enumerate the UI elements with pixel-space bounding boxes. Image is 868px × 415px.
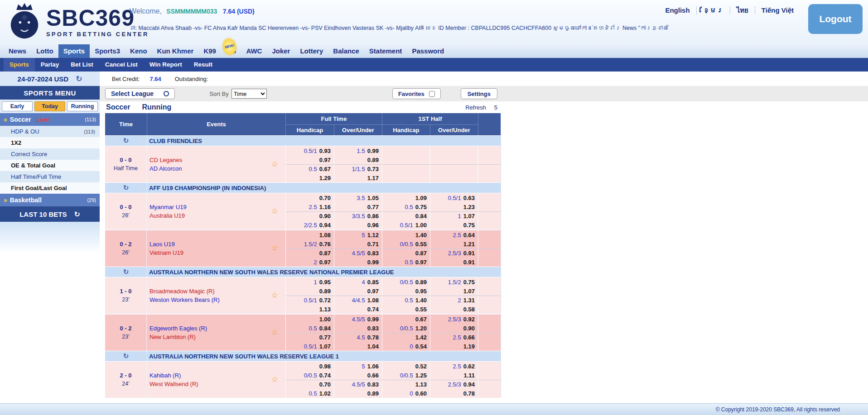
odds-cell[interactable]: 2.5/30.94 <box>430 380 478 389</box>
select-league-button[interactable]: Select League <box>105 88 175 99</box>
settings-button[interactable]: Settings <box>461 88 497 99</box>
odds-cell[interactable]: 1/1.50.73 <box>334 164 382 173</box>
favorite-star-icon[interactable]: ☆ <box>271 160 278 168</box>
odds-cell[interactable]: 0.95 <box>382 286 430 296</box>
favorite-star-icon[interactable]: ☆ <box>271 244 278 253</box>
favorite-star-icon[interactable]: ☆ <box>271 328 278 337</box>
odds-cell[interactable]: 1.19 <box>430 342 478 351</box>
odds-cell[interactable]: 0/0.51.25 <box>382 371 430 380</box>
nav-item-sports3[interactable]: Sports3 <box>90 44 125 58</box>
odds-cell[interactable]: 0.90 <box>430 324 478 333</box>
odds-cell[interactable]: 0.50.67 <box>285 164 334 173</box>
odds-cell[interactable]: 21.31 <box>430 296 478 305</box>
favorite-star-icon[interactable]: ☆ <box>271 207 278 215</box>
sidebar-item-correct-score[interactable]: Correct Score <box>0 148 100 160</box>
odds-cell[interactable]: 10.95 <box>285 277 334 286</box>
odds-cell[interactable]: 0.5/10.93 <box>285 146 334 155</box>
odds-cell[interactable]: 0.5/11.00 <box>382 220 430 229</box>
favorites-button[interactable]: Favorites <box>392 88 441 99</box>
nav-item-balance[interactable]: Balance <box>328 44 364 58</box>
filter-tab-running[interactable]: Running <box>67 101 98 111</box>
sidebar-item-basketball[interactable]: » Basketball (29) <box>0 194 100 206</box>
odds-cell[interactable]: 0.91 <box>430 258 478 267</box>
odds-cell[interactable]: 0.83 <box>334 324 382 333</box>
odds-cell[interactable]: 1.42 <box>382 333 430 342</box>
odds-cell[interactable]: 0/0.50.74 <box>285 371 334 380</box>
nav-item-lotto[interactable]: Lotto <box>31 44 58 58</box>
language-option-3[interactable]: Tiếng Việt <box>755 6 800 14</box>
odds-cell[interactable]: 0.99 <box>334 258 382 267</box>
odds-cell[interactable]: 1.04 <box>334 342 382 351</box>
odds-cell[interactable]: 1.09 <box>382 193 430 202</box>
odds-cell[interactable]: 4.5/50.83 <box>334 248 382 258</box>
filter-tab-early[interactable]: Early <box>2 101 33 111</box>
subnav-item-cancel-list[interactable]: Cancel List <box>99 58 144 72</box>
odds-cell[interactable]: 2/2.50.94 <box>285 220 334 229</box>
odds-cell[interactable]: 1.13 <box>382 380 430 389</box>
date-refresh-icon[interactable]: ↻ <box>76 74 82 84</box>
odds-cell[interactable]: 4/4.51.08 <box>334 296 382 305</box>
logout-button[interactable]: Logout <box>808 4 863 34</box>
odds-cell[interactable]: 4.5/50.99 <box>334 315 382 324</box>
odds-cell[interactable]: 2.51.16 <box>285 202 334 211</box>
league-refresh-icon[interactable]: ↻ <box>105 183 147 193</box>
brand-logo[interactable]: SBC369 SPORT BETTING CENTER <box>5 2 149 42</box>
odds-cell[interactable]: 0.74 <box>334 305 382 314</box>
sidebar-item-soccer[interactable]: » Soccer Live! (113) <box>0 113 100 126</box>
odds-cell[interactable]: 3.51.05 <box>334 193 382 202</box>
sidebar-item-hdp-ou[interactable]: HDP & OU(113) <box>0 126 100 137</box>
favorite-star-icon[interactable]: ☆ <box>271 375 278 384</box>
odds-cell[interactable]: 51.12 <box>334 230 382 239</box>
odds-cell[interactable]: 1.5/20.76 <box>285 239 334 248</box>
last-bets-refresh-icon[interactable]: ↻ <box>74 210 80 219</box>
odds-cell[interactable]: 0.77 <box>334 202 382 211</box>
nav-item-statement[interactable]: Statement <box>364 44 407 58</box>
odds-cell[interactable]: 0/0.50.55 <box>382 239 430 248</box>
odds-cell[interactable]: 1.21 <box>430 239 478 248</box>
odds-cell[interactable]: 00.54 <box>382 342 430 351</box>
odds-cell[interactable]: 0.50.75 <box>382 202 430 211</box>
sort-by-select[interactable]: Time <box>231 89 267 99</box>
odds-cell[interactable]: 2.50.66 <box>430 333 478 342</box>
subnav-item-bet-list[interactable]: Bet List <box>65 58 99 72</box>
subnav-item-win-report[interactable]: Win Report <box>144 58 188 72</box>
odds-cell[interactable]: 0.98 <box>285 362 334 371</box>
odds-cell[interactable]: 0.67 <box>382 315 430 324</box>
odds-cell[interactable]: 1.11 <box>430 371 478 380</box>
odds-cell[interactable]: 0.71 <box>334 239 382 248</box>
odds-cell[interactable]: 0.75 <box>430 220 478 229</box>
odds-cell[interactable]: 0.5/11.07 <box>285 342 334 351</box>
odds-cell[interactable]: 0.50.84 <box>285 324 334 333</box>
odds-cell[interactable]: 0.84 <box>382 211 430 220</box>
odds-cell[interactable]: 1.23 <box>430 202 478 211</box>
odds-cell[interactable]: 0.89 <box>334 389 382 398</box>
odds-cell[interactable]: 0.89 <box>285 286 334 296</box>
odds-cell[interactable]: 4.50.78 <box>334 333 382 342</box>
league-refresh-icon[interactable]: ↻ <box>105 136 147 146</box>
odds-cell[interactable]: 0.51.02 <box>285 389 334 398</box>
odds-cell[interactable]: 0/0.50.89 <box>382 277 430 286</box>
sidebar-item-oe-total-goal[interactable]: OE & Total Goal <box>0 160 100 171</box>
favorites-checkbox[interactable] <box>429 91 435 97</box>
odds-cell[interactable]: 1.40 <box>382 230 430 239</box>
odds-cell[interactable]: 0.55 <box>382 305 430 314</box>
subnav-item-result[interactable]: Result <box>188 58 218 72</box>
odds-cell[interactable]: 1.5/20.75 <box>430 277 478 286</box>
odds-cell[interactable]: 0.5/10.63 <box>430 193 478 202</box>
odds-cell[interactable]: 0.70 <box>285 193 334 202</box>
odds-cell[interactable]: 2.5/30.91 <box>430 248 478 258</box>
odds-cell[interactable]: 0.66 <box>334 371 382 380</box>
odds-cell[interactable]: 1.13 <box>285 305 334 314</box>
nav-item-k99[interactable]: K99 <box>198 44 221 58</box>
odds-cell[interactable]: 0.58 <box>430 305 478 314</box>
odds-cell[interactable]: 0.5/10.72 <box>285 296 334 305</box>
odds-cell[interactable]: 0.90 <box>285 211 334 220</box>
odds-cell[interactable]: 0.51.40 <box>382 296 430 305</box>
nav-item-lottery[interactable]: Lottery <box>295 44 328 58</box>
odds-cell[interactable]: 0.78 <box>430 389 478 398</box>
odds-cell[interactable]: 00.60 <box>382 389 430 398</box>
odds-cell[interactable]: 51.06 <box>334 362 382 371</box>
nav-item-kun-khmer[interactable]: Kun Khmer <box>152 44 199 58</box>
odds-cell[interactable]: 1.08 <box>285 230 334 239</box>
odds-cell[interactable]: 1.07 <box>430 286 478 296</box>
